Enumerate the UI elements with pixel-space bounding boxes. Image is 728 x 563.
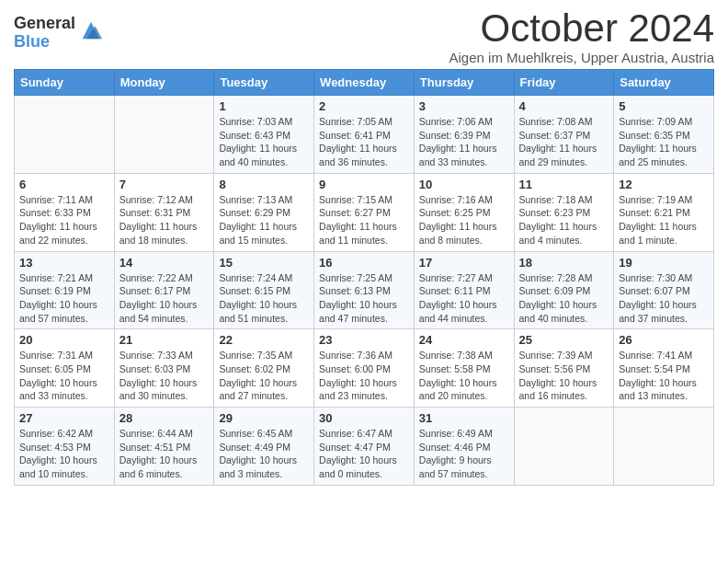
calendar-cell: 8Sunrise: 7:13 AM Sunset: 6:29 PM Daylig… [214,173,314,251]
calendar-cell: 15Sunrise: 7:24 AM Sunset: 6:15 PM Dayli… [214,251,314,329]
day-number: 23 [319,333,409,347]
calendar-cell [114,96,214,174]
calendar-cell: 30Sunrise: 6:47 AM Sunset: 4:47 PM Dayli… [314,408,415,486]
day-info: Sunrise: 6:47 AM Sunset: 4:47 PM Dayligh… [319,427,409,481]
location-title: Aigen im Muehlkreis, Upper Austria, Aust… [449,50,714,65]
day-info: Sunrise: 6:49 AM Sunset: 4:46 PM Dayligh… [419,427,509,481]
day-info: Sunrise: 7:25 AM Sunset: 6:13 PM Dayligh… [319,271,409,326]
day-number: 5 [619,99,709,113]
day-number: 24 [419,333,509,347]
calendar-cell: 9Sunrise: 7:15 AM Sunset: 6:27 PM Daylig… [314,173,415,251]
calendar-cell: 20Sunrise: 7:31 AM Sunset: 6:05 PM Dayli… [15,329,115,408]
day-info: Sunrise: 7:05 AM Sunset: 6:41 PM Dayligh… [319,115,409,169]
calendar-cell: 12Sunrise: 7:19 AM Sunset: 6:21 PM Dayli… [614,173,714,251]
calendar-cell: 28Sunrise: 6:44 AM Sunset: 4:51 PM Dayli… [114,408,214,486]
day-number: 8 [219,178,309,191]
day-number: 29 [219,411,309,425]
calendar-cell: 27Sunrise: 6:42 AM Sunset: 4:53 PM Dayli… [15,408,115,486]
day-number: 3 [419,99,509,113]
day-number: 14 [119,256,210,270]
day-number: 19 [619,256,709,270]
day-number: 6 [19,178,109,191]
calendar-week-row: 13Sunrise: 7:21 AM Sunset: 6:19 PM Dayli… [15,251,714,329]
day-number: 1 [219,99,309,113]
day-number: 18 [519,256,609,270]
calendar-cell: 21Sunrise: 7:33 AM Sunset: 6:03 PM Dayli… [114,329,214,408]
title-section: October 2024 Aigen im Muehlkreis, Upper … [449,9,714,65]
day-number: 25 [519,333,609,347]
calendar-cell: 26Sunrise: 7:41 AM Sunset: 5:54 PM Dayli… [614,329,714,408]
logo-icon [78,17,104,43]
day-info: Sunrise: 7:28 AM Sunset: 6:09 PM Dayligh… [519,271,609,326]
day-number: 13 [19,256,109,270]
day-of-week-header: Thursday [414,70,514,96]
calendar-cell: 22Sunrise: 7:35 AM Sunset: 6:02 PM Dayli… [214,329,314,408]
day-info: Sunrise: 7:36 AM Sunset: 6:00 PM Dayligh… [319,349,409,403]
day-info: Sunrise: 7:16 AM Sunset: 6:25 PM Dayligh… [419,193,509,247]
calendar-cell: 5Sunrise: 7:09 AM Sunset: 6:35 PM Daylig… [614,96,714,174]
day-info: Sunrise: 7:30 AM Sunset: 6:07 PM Dayligh… [619,271,709,326]
calendar-cell: 14Sunrise: 7:22 AM Sunset: 6:17 PM Dayli… [114,251,214,329]
calendar-cell: 7Sunrise: 7:12 AM Sunset: 6:31 PM Daylig… [114,173,214,251]
calendar-cell: 1Sunrise: 7:03 AM Sunset: 6:43 PM Daylig… [214,96,314,174]
calendar-cell [614,408,714,486]
calendar-cell: 29Sunrise: 6:45 AM Sunset: 4:49 PM Dayli… [214,408,314,486]
calendar-cell: 17Sunrise: 7:27 AM Sunset: 6:11 PM Dayli… [414,251,514,329]
day-number: 30 [319,411,409,425]
calendar-cell [15,96,115,174]
day-number: 15 [219,256,309,270]
day-of-week-header: Friday [514,70,614,96]
day-number: 10 [419,178,509,191]
day-number: 7 [119,178,210,191]
logo-general-text: General [14,15,75,33]
day-number: 11 [519,178,609,191]
day-number: 26 [619,333,709,347]
calendar-header-row: SundayMondayTuesdayWednesdayThursdayFrid… [15,70,714,96]
calendar-cell: 3Sunrise: 7:06 AM Sunset: 6:39 PM Daylig… [414,96,514,174]
day-info: Sunrise: 7:19 AM Sunset: 6:21 PM Dayligh… [619,193,709,247]
day-info: Sunrise: 7:24 AM Sunset: 6:15 PM Dayligh… [219,271,309,326]
day-number: 2 [319,99,409,113]
day-number: 20 [19,333,109,347]
day-number: 12 [619,178,709,191]
calendar-week-row: 27Sunrise: 6:42 AM Sunset: 4:53 PM Dayli… [15,408,714,486]
day-info: Sunrise: 7:41 AM Sunset: 5:54 PM Dayligh… [619,349,709,403]
day-info: Sunrise: 6:45 AM Sunset: 4:49 PM Dayligh… [219,427,309,481]
day-info: Sunrise: 7:03 AM Sunset: 6:43 PM Dayligh… [219,115,309,169]
logo-blue-text: Blue [14,33,75,52]
day-info: Sunrise: 7:33 AM Sunset: 6:03 PM Dayligh… [119,349,210,403]
day-info: Sunrise: 7:31 AM Sunset: 6:05 PM Dayligh… [19,349,109,403]
day-info: Sunrise: 7:09 AM Sunset: 6:35 PM Dayligh… [619,115,709,169]
day-info: Sunrise: 7:39 AM Sunset: 5:56 PM Dayligh… [519,349,609,403]
day-number: 17 [419,256,509,270]
calendar-cell: 31Sunrise: 6:49 AM Sunset: 4:46 PM Dayli… [414,408,514,486]
day-of-week-header: Saturday [614,70,714,96]
day-info: Sunrise: 7:27 AM Sunset: 6:11 PM Dayligh… [419,271,509,326]
calendar-cell: 6Sunrise: 7:11 AM Sunset: 6:33 PM Daylig… [15,173,115,251]
day-info: Sunrise: 7:08 AM Sunset: 6:37 PM Dayligh… [519,115,609,169]
calendar-cell: 13Sunrise: 7:21 AM Sunset: 6:19 PM Dayli… [15,251,115,329]
calendar-cell: 10Sunrise: 7:16 AM Sunset: 6:25 PM Dayli… [414,173,514,251]
day-number: 28 [119,411,210,425]
calendar-week-row: 6Sunrise: 7:11 AM Sunset: 6:33 PM Daylig… [15,173,714,251]
day-of-week-header: Sunday [15,70,115,96]
day-number: 22 [219,333,309,347]
day-number: 16 [319,256,409,270]
page-header: General Blue October 2024 Aigen im Muehl… [14,9,714,65]
day-number: 27 [19,411,109,425]
calendar-cell: 24Sunrise: 7:38 AM Sunset: 5:58 PM Dayli… [414,329,514,408]
logo: General Blue [14,15,104,52]
calendar-cell: 16Sunrise: 7:25 AM Sunset: 6:13 PM Dayli… [314,251,415,329]
day-of-week-header: Wednesday [314,70,415,96]
day-number: 21 [119,333,210,347]
day-of-week-header: Monday [114,70,214,96]
month-title: October 2024 [449,9,714,48]
day-info: Sunrise: 7:18 AM Sunset: 6:23 PM Dayligh… [519,193,609,247]
day-info: Sunrise: 7:22 AM Sunset: 6:17 PM Dayligh… [119,271,210,326]
day-of-week-header: Tuesday [214,70,314,96]
calendar-cell: 23Sunrise: 7:36 AM Sunset: 6:00 PM Dayli… [314,329,415,408]
day-info: Sunrise: 7:21 AM Sunset: 6:19 PM Dayligh… [19,271,109,326]
calendar-cell: 4Sunrise: 7:08 AM Sunset: 6:37 PM Daylig… [514,96,614,174]
calendar-table: SundayMondayTuesdayWednesdayThursdayFrid… [14,69,714,486]
day-number: 9 [319,178,409,191]
